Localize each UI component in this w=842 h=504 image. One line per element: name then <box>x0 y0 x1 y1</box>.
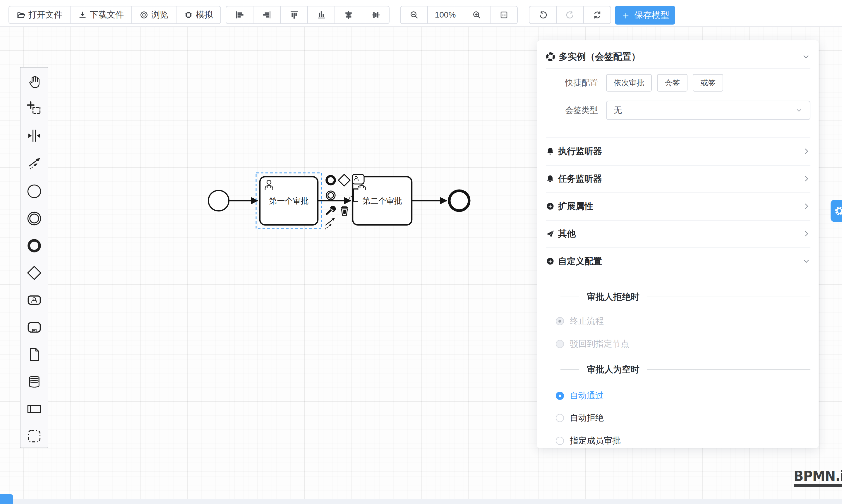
section-other[interactable]: 其他 <box>537 220 819 248</box>
create-gateway[interactable] <box>20 259 48 286</box>
redo-button[interactable] <box>556 6 584 24</box>
palette-separator <box>23 177 45 177</box>
create-subprocess[interactable] <box>20 313 48 341</box>
sign-type-select[interactable]: 无 <box>606 101 810 120</box>
reject-group-title: 审批人拒绝时 <box>546 291 810 303</box>
toolbar: 打开文件 下载文件 浏览 模拟 <box>0 0 842 27</box>
task-label: 第一个审批 <box>269 197 309 205</box>
create-data-object[interactable] <box>20 341 48 368</box>
align-bottom-button[interactable] <box>307 6 335 24</box>
bpmn-io-logo[interactable]: BPMN.iO <box>794 469 842 487</box>
align-top-icon <box>290 10 299 20</box>
empty-approver-group-title: 审批人为空时 <box>546 364 810 375</box>
radio-assign-member[interactable]: 指定成员审批 <box>556 436 621 446</box>
group-icon <box>27 429 42 444</box>
zoom-in-button[interactable] <box>463 6 491 24</box>
align-center-vertical-button[interactable] <box>362 6 389 24</box>
quick-option-label: 依次审批 <box>614 78 644 88</box>
undo-icon <box>538 10 548 20</box>
zoom-level-label: 100% <box>435 10 456 20</box>
create-participant[interactable] <box>20 395 48 422</box>
align-right-icon <box>262 10 271 20</box>
zoom-fit-button[interactable] <box>490 6 518 24</box>
plus-icon: ＋ <box>621 10 631 20</box>
refresh-button[interactable] <box>583 6 611 24</box>
chevron-right-icon <box>802 230 810 238</box>
corner-widget[interactable] <box>0 494 13 504</box>
trash-icon[interactable] <box>341 206 348 215</box>
logo-underline <box>794 484 842 487</box>
refresh-icon <box>593 10 602 20</box>
create-end-event[interactable] <box>20 232 48 259</box>
connect-tool-icon[interactable] <box>325 218 335 229</box>
space-tool[interactable] <box>20 122 48 149</box>
chevron-down-icon <box>802 52 810 61</box>
section-custom-config[interactable]: 自定义配置 <box>537 248 819 275</box>
create-data-store[interactable] <box>20 368 48 395</box>
radio-auto-reject[interactable]: 自动拒绝 <box>556 413 604 423</box>
append-gateway-icon[interactable] <box>338 174 350 186</box>
multi-instance-icon <box>546 52 555 61</box>
align-left-button[interactable] <box>226 6 253 24</box>
sign-type-value: 无 <box>614 105 795 116</box>
wrench-icon[interactable] <box>327 206 335 214</box>
align-right-button[interactable] <box>253 6 281 24</box>
create-intermediate-event[interactable] <box>20 205 48 232</box>
create-group[interactable] <box>20 422 48 450</box>
gear-icon <box>834 205 842 217</box>
save-model-label: 保存模型 <box>634 10 669 21</box>
lasso-icon <box>27 101 42 116</box>
radio-label: 指定成员审批 <box>570 435 621 447</box>
section-task-listener[interactable]: 任务监听器 <box>537 165 819 193</box>
zoom-out-button[interactable] <box>400 6 428 24</box>
create-start-event[interactable] <box>20 178 48 205</box>
panel-header[interactable]: 多实例（会签配置） <box>546 47 810 67</box>
start-event-shape[interactable] <box>208 191 229 211</box>
download-file-button[interactable]: 下载文件 <box>70 6 132 24</box>
sign-type-label: 会签类型 <box>546 105 598 116</box>
settings-tab[interactable] <box>830 200 842 222</box>
hand-tool[interactable] <box>20 68 48 95</box>
create-user-task[interactable] <box>20 286 48 313</box>
align-top-button[interactable] <box>280 6 308 24</box>
radio-icon <box>556 317 564 325</box>
zoom-in-icon <box>472 10 481 20</box>
append-end-event-icon[interactable] <box>327 176 335 184</box>
user-task-icon <box>27 292 42 308</box>
folder-open-icon <box>17 11 25 19</box>
radio-return-to-node[interactable]: 驳回到指定节点 <box>556 339 629 349</box>
global-connect-tool[interactable] <box>20 149 48 176</box>
align-left-icon <box>235 10 244 20</box>
save-model-button[interactable]: ＋ 保存模型 <box>615 6 675 24</box>
zoom-fit-icon <box>499 10 509 20</box>
open-file-button[interactable]: 打开文件 <box>8 6 71 24</box>
align-center-horizontal-button[interactable] <box>334 6 362 24</box>
preview-button[interactable]: 浏览 <box>131 6 176 24</box>
quick-option-label: 会签 <box>665 78 680 88</box>
section-extended-properties[interactable]: 扩展属性 <box>537 193 819 220</box>
quick-option-orsign[interactable]: 或签 <box>693 74 723 92</box>
lasso-tool[interactable] <box>20 95 48 122</box>
sign-type-row: 会签类型 无 <box>546 101 810 120</box>
task-first-approval[interactable]: 第一个审批 <box>260 177 318 225</box>
history-button-group <box>529 6 611 24</box>
simulate-button[interactable]: 模拟 <box>176 6 221 24</box>
align-bottom-icon <box>317 10 326 20</box>
plus-circle-icon <box>546 202 555 211</box>
section-execution-listener[interactable]: 执行监听器 <box>537 138 819 165</box>
chevron-right-icon <box>802 175 810 183</box>
align-center-vertical-icon <box>371 10 381 20</box>
zoom-level-display[interactable]: 100% <box>427 6 463 24</box>
quick-option-sequential[interactable]: 依次审批 <box>606 74 652 92</box>
radio-auto-pass[interactable]: 自动通过 <box>556 391 604 401</box>
radio-label: 终止流程 <box>570 315 604 327</box>
radio-terminate-process[interactable]: 终止流程 <box>556 316 604 326</box>
end-event-shape[interactable] <box>449 191 469 211</box>
append-intermediate-event-icon[interactable] <box>326 191 335 200</box>
append-user-task-icon[interactable] <box>352 174 364 184</box>
file-button-group: 打开文件 下载文件 浏览 模拟 <box>8 6 221 24</box>
quick-option-countersign[interactable]: 会签 <box>657 74 687 92</box>
divider <box>546 69 810 69</box>
undo-button[interactable] <box>529 6 557 24</box>
radio-label: 驳回到指定节点 <box>570 338 629 350</box>
